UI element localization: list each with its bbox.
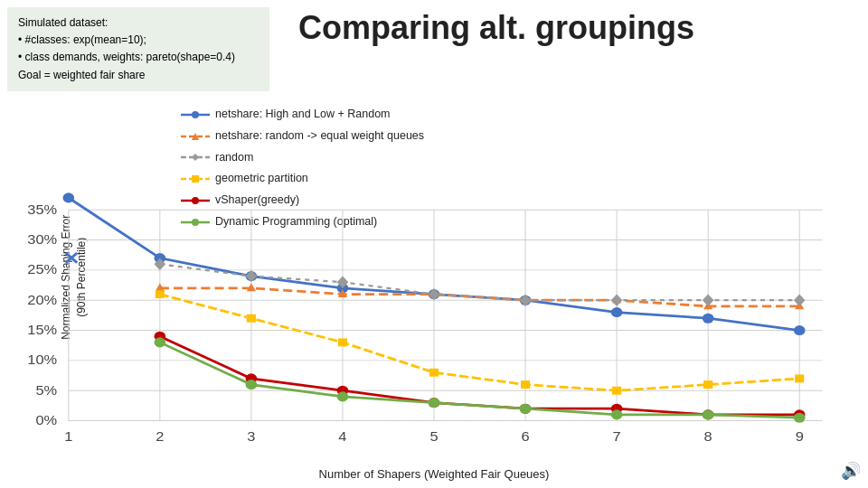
svg-text:✕: ✕: [62, 249, 80, 269]
svg-text:6: 6: [521, 429, 529, 444]
svg-text:3: 3: [247, 429, 255, 444]
svg-text:7: 7: [613, 429, 621, 444]
info-line2: • #classes: exp(mean=10);: [18, 33, 146, 46]
svg-text:5: 5: [429, 429, 438, 444]
svg-marker-69: [703, 295, 714, 306]
sound-icon: 🔊: [841, 461, 861, 481]
svg-marker-68: [611, 295, 623, 306]
svg-text:15%: 15%: [27, 323, 57, 337]
svg-point-88: [246, 380, 258, 389]
svg-marker-67: [520, 295, 532, 306]
svg-text:2: 2: [156, 429, 164, 444]
svg-point-53: [703, 314, 714, 324]
svg-point-92: [611, 409, 623, 419]
chart-svg: .grid-line { stroke: #d0d0d0; stroke-wid…: [0, 99, 868, 461]
svg-point-54: [794, 325, 806, 335]
svg-rect-74: [429, 369, 439, 377]
svg-rect-73: [338, 338, 347, 346]
svg-text:30%: 30%: [27, 232, 57, 247]
svg-rect-71: [156, 290, 165, 298]
svg-text:5%: 5%: [35, 383, 57, 398]
info-line4: Goal = weighted fair share: [18, 69, 145, 81]
svg-text:0%: 0%: [35, 413, 57, 427]
svg-text:9: 9: [796, 429, 804, 444]
info-box: Simulated dataset: • #classes: exp(mean=…: [7, 7, 269, 91]
svg-point-94: [794, 413, 806, 423]
svg-text:35%: 35%: [27, 202, 57, 217]
svg-rect-72: [247, 314, 256, 323]
info-line3: • class demands, weights: pareto(shape=0…: [18, 51, 235, 63]
x-axis-label: Number of Shapers (Weighted Fair Queues): [319, 467, 550, 481]
svg-point-87: [155, 337, 166, 347]
svg-marker-64: [246, 270, 258, 282]
svg-point-93: [703, 409, 714, 419]
svg-rect-78: [795, 374, 804, 382]
page-title: Comparing alt. groupings: [298, 9, 859, 47]
chart-area: .grid-line { stroke: #d0d0d0; stroke-wid…: [0, 99, 868, 461]
svg-text:4: 4: [338, 429, 347, 444]
svg-point-89: [337, 391, 349, 401]
svg-text:20%: 20%: [27, 293, 57, 307]
svg-text:10%: 10%: [27, 352, 57, 367]
info-line1: Simulated dataset:: [18, 16, 108, 29]
svg-text:1: 1: [64, 429, 72, 444]
svg-marker-66: [429, 288, 440, 300]
svg-point-52: [611, 307, 623, 317]
svg-text:25%: 25%: [27, 262, 57, 277]
svg-rect-77: [703, 380, 712, 389]
svg-text:8: 8: [704, 429, 712, 444]
svg-rect-75: [521, 380, 530, 389]
svg-marker-70: [794, 295, 806, 306]
svg-rect-76: [612, 387, 621, 395]
svg-point-90: [429, 398, 440, 408]
svg-point-91: [520, 404, 532, 414]
svg-point-46: [62, 192, 74, 202]
